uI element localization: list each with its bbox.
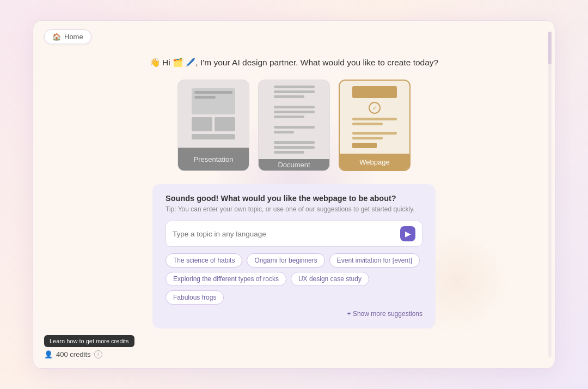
send-icon: ▶	[405, 229, 411, 238]
presentation-card[interactable]: Presentation	[177, 80, 249, 171]
webpage-card[interactable]: ✓ Webpage	[339, 80, 411, 171]
credits-user-icon: 👤	[44, 350, 53, 358]
scrollbar-track[interactable]	[548, 32, 552, 357]
show-more-button[interactable]: + Show more suggestions	[166, 310, 422, 318]
suggestion-chip-3[interactable]: Exploring the different types of rocks	[166, 272, 286, 286]
suggestions-row: The science of habits Origami for beginn…	[166, 253, 422, 305]
credits-area: Learn how to get more credits 👤 400 cred…	[44, 335, 134, 358]
learn-credits-button[interactable]: Learn how to get more credits	[44, 335, 134, 347]
main-content: 👋 Hi 🗂️ 🖊️, I'm your AI design partner. …	[33, 21, 555, 368]
send-button[interactable]: ▶	[400, 226, 415, 241]
home-label: Home	[64, 33, 83, 41]
check-icon: ✓	[369, 102, 381, 114]
suggestion-chip-0[interactable]: The science of habits	[166, 253, 242, 268]
webpage-label: Webpage	[340, 154, 409, 170]
suggestion-chip-2[interactable]: Event invitation for [event]	[329, 253, 420, 268]
document-preview	[259, 80, 329, 159]
document-card[interactable]: Document	[258, 80, 330, 171]
webpage-preview: ✓	[340, 81, 409, 154]
document-label: Document	[259, 159, 329, 171]
credits-info-icon[interactable]: i	[94, 350, 102, 358]
greeting-text: 👋 Hi 🗂️ 🖊️, I'm your AI design partner. …	[150, 58, 438, 68]
home-icon: 🏠	[52, 33, 61, 41]
suggestion-chip-5[interactable]: Fabulous frogs	[166, 290, 224, 305]
presentation-label: Presentation	[178, 148, 249, 171]
topic-input-row: ▶	[166, 221, 422, 247]
scrollbar-thumb	[548, 32, 552, 64]
suggestion-chip-1[interactable]: Origami for beginners	[247, 253, 324, 268]
main-window: 🏠 Home 👋 Hi 🗂️ 🖊️, I'm your AI design pa…	[33, 20, 555, 369]
topic-input[interactable]	[173, 230, 400, 238]
question-area: Sounds good! What would you like the web…	[152, 184, 436, 329]
card-row: Presentation	[177, 80, 411, 171]
question-tip: Tip: You can enter your own topic, or us…	[166, 205, 422, 213]
credits-amount: 400 credits	[56, 350, 91, 358]
question-title: Sounds good! What would you like the web…	[166, 194, 422, 203]
home-button[interactable]: 🏠 Home	[44, 29, 91, 44]
presentation-preview	[178, 80, 249, 148]
credits-badge: 👤 400 credits i	[44, 350, 134, 358]
suggestion-chip-4[interactable]: UX design case study	[291, 272, 369, 286]
